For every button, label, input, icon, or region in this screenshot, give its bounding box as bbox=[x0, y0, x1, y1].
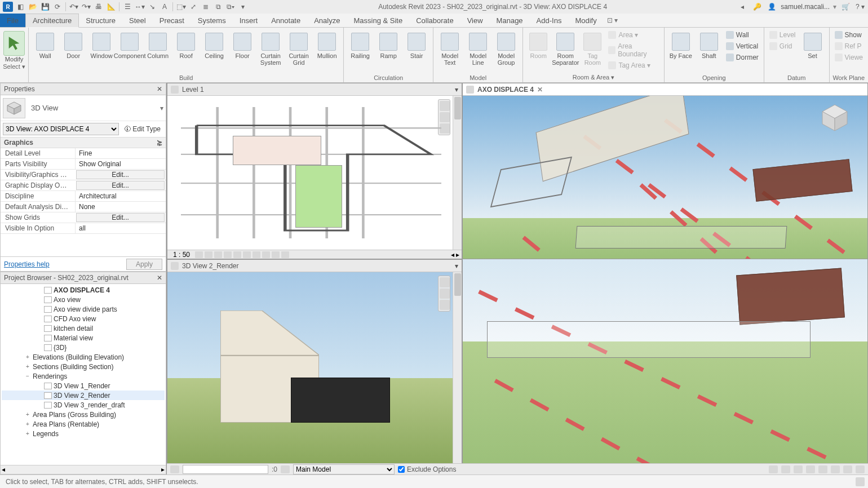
tree-node[interactable]: +Legends bbox=[2, 429, 165, 438]
modify-button[interactable] bbox=[3, 31, 25, 56]
tab-dropdown-icon[interactable]: ▾ bbox=[455, 86, 458, 94]
dormer-button[interactable]: Dormer bbox=[723, 52, 761, 63]
type-dropdown-icon[interactable]: ▾ bbox=[160, 104, 163, 112]
panel-room-area-title[interactable]: Room & Area ▾ bbox=[525, 73, 662, 82]
mullion-button[interactable]: Mullion bbox=[313, 29, 341, 73]
prop-row[interactable]: Default Analysis Displ...None bbox=[1, 202, 166, 212]
prop-row[interactable]: Show GridsEdit... bbox=[1, 212, 166, 223]
user-icon[interactable]: 👤 bbox=[766, 1, 777, 12]
ramp-button[interactable]: Ramp bbox=[374, 29, 402, 73]
show-wp-button[interactable]: Show bbox=[832, 30, 866, 40]
tab-annotate[interactable]: Annotate bbox=[264, 14, 307, 27]
qat-close-inactive-icon[interactable]: ⧉ bbox=[212, 1, 224, 12]
cart-icon[interactable]: 🛒 bbox=[840, 1, 851, 12]
vertical-opening-button[interactable]: Vertical bbox=[723, 41, 761, 51]
model-text-button[interactable]: Model Text bbox=[436, 29, 464, 73]
tree-node[interactable]: 3D View 3_render_draft bbox=[2, 400, 165, 410]
tag-room-button[interactable]: Tag Room bbox=[579, 29, 605, 73]
project-browser-close-icon[interactable]: ✕ bbox=[157, 274, 162, 282]
by-face-button[interactable]: By Face bbox=[667, 29, 695, 73]
tab-architecture[interactable]: Architecture bbox=[25, 14, 79, 28]
curtain-system-button[interactable]: Curtain System bbox=[256, 29, 285, 73]
qat-3d-icon[interactable]: ⬚▾ bbox=[175, 1, 187, 12]
wall-button[interactable]: Wall bbox=[31, 29, 59, 73]
tag-area-button[interactable]: Tag Area ▾ bbox=[605, 60, 661, 70]
prop-row[interactable]: Parts VisibilityShow Original bbox=[1, 159, 166, 170]
key-icon[interactable]: 🔑 bbox=[751, 1, 763, 12]
tree-node[interactable]: −Renderings bbox=[2, 371, 165, 381]
help-icon[interactable]: ? ▾ bbox=[854, 1, 866, 12]
file-menu[interactable]: File bbox=[0, 14, 25, 27]
window-button[interactable]: Window bbox=[87, 29, 116, 73]
tab-collaborate[interactable]: Collaborate bbox=[409, 14, 460, 27]
edit-type-button[interactable]: 🛈Edit Type bbox=[121, 123, 163, 135]
column-button[interactable]: Column bbox=[144, 29, 172, 73]
tree-node[interactable]: +Area Plans (Rentable) bbox=[2, 419, 165, 429]
qat-align-icon[interactable]: ☰ bbox=[122, 1, 133, 12]
vscroll-render[interactable] bbox=[453, 272, 462, 465]
viewer-button[interactable]: Viewe bbox=[832, 52, 866, 63]
tree-node[interactable]: CFD Axo view bbox=[2, 314, 165, 323]
tab-analyze[interactable]: Analyze bbox=[307, 14, 347, 27]
qat-open-icon[interactable]: 📂 bbox=[27, 1, 38, 12]
tree-node[interactable]: Axo view divide parts bbox=[2, 304, 165, 314]
tree-node[interactable]: +Elevations (Building Elevation) bbox=[2, 352, 165, 362]
plan-canvas[interactable] bbox=[181, 107, 441, 238]
project-browser[interactable]: AXO DISPLACE 4Axo viewAxo view divide pa… bbox=[0, 284, 166, 474]
tree-node[interactable]: {3D} bbox=[2, 343, 165, 352]
panel-select-title[interactable]: Select ▾ bbox=[3, 63, 25, 72]
qat-switch-win-icon[interactable]: ⧉▾ bbox=[225, 1, 236, 12]
view-cube[interactable] bbox=[818, 101, 852, 135]
model-group-button[interactable]: Model Group bbox=[492, 29, 520, 73]
ws-r8-icon[interactable] bbox=[856, 465, 865, 473]
roof-button[interactable]: Roof bbox=[172, 29, 200, 73]
qat-thinlines-icon[interactable]: ≣ bbox=[200, 1, 211, 12]
exclude-options-check[interactable]: Exclude Options bbox=[398, 465, 456, 473]
ref-plane-button[interactable]: Ref P bbox=[832, 41, 866, 51]
area-button[interactable]: Area ▾ bbox=[605, 30, 661, 40]
qat-section-icon[interactable]: ⤢ bbox=[188, 1, 199, 12]
prop-row[interactable]: DisciplineArchitectural bbox=[1, 191, 166, 202]
prop-row[interactable]: Graphic Display Optio...Edit... bbox=[1, 180, 166, 191]
tree-node[interactable]: kitchen detail bbox=[2, 323, 165, 333]
scale-level1[interactable]: 1 : 50 bbox=[170, 251, 193, 259]
view-render[interactable]: 3D View 2_Render ▾ 1 : 1 ◂▸ bbox=[167, 259, 462, 474]
ws-r6-icon[interactable] bbox=[831, 465, 840, 473]
floor-button[interactable]: Floor bbox=[228, 29, 256, 73]
view-tab-axo[interactable]: AXO DISPLACE 4 ✕ bbox=[463, 83, 867, 96]
type-selector[interactable]: 3D View: AXO DISPLACE 4 bbox=[3, 123, 119, 135]
render-canvas[interactable] bbox=[220, 310, 397, 422]
view-controls-level1[interactable]: 1 : 50 ◂▸ bbox=[167, 250, 462, 259]
search-icon[interactable]: ◂ bbox=[737, 1, 748, 12]
tab-structure[interactable]: Structure bbox=[79, 14, 122, 27]
tab-dropdown-icon[interactable]: ▾ bbox=[455, 262, 458, 270]
ws-r3-icon[interactable] bbox=[794, 465, 803, 473]
model-line-button[interactable]: Model Line bbox=[464, 29, 492, 73]
room-button[interactable]: Room bbox=[525, 29, 551, 73]
view-tab-render[interactable]: 3D View 2_Render ▾ bbox=[167, 260, 462, 272]
nav-wheel-render[interactable] bbox=[438, 276, 450, 312]
apply-button[interactable]: Apply bbox=[126, 259, 162, 270]
tab-view[interactable]: View bbox=[460, 14, 490, 27]
qat-sync-icon[interactable]: ⟳ bbox=[52, 1, 63, 12]
properties-close-icon[interactable]: ✕ bbox=[157, 85, 162, 93]
app-logo[interactable]: R bbox=[2, 1, 14, 12]
prop-row[interactable]: Visible In Optionall bbox=[1, 223, 166, 234]
properties-header[interactable]: Properties ✕ bbox=[0, 83, 166, 95]
tab-steel[interactable]: Steel bbox=[122, 14, 153, 27]
tab-precast[interactable]: Precast bbox=[153, 14, 191, 27]
qat-print-icon[interactable]: 🖶 bbox=[93, 1, 104, 12]
qat-save-icon[interactable]: 💾 bbox=[39, 1, 51, 12]
set-button[interactable]: Set bbox=[799, 29, 827, 73]
tree-node[interactable]: AXO DISPLACE 4 bbox=[2, 285, 165, 295]
qat-tag-icon[interactable]: ↘ bbox=[147, 1, 158, 12]
level-button[interactable]: Level bbox=[767, 30, 799, 40]
area-boundary-button[interactable]: Area Boundary bbox=[605, 41, 661, 59]
qat-text-icon[interactable]: A bbox=[159, 1, 170, 12]
vscroll-level1[interactable] bbox=[453, 96, 462, 250]
qat-measure-icon[interactable]: 📐 bbox=[105, 1, 117, 12]
tab-context-icon[interactable]: ⊡ ▾ bbox=[604, 14, 621, 27]
view-tab-level1[interactable]: Level 1 ▾ bbox=[167, 83, 462, 96]
qat-redo-icon[interactable]: ↷▾ bbox=[81, 1, 92, 12]
ws-model-icon[interactable] bbox=[281, 465, 290, 473]
